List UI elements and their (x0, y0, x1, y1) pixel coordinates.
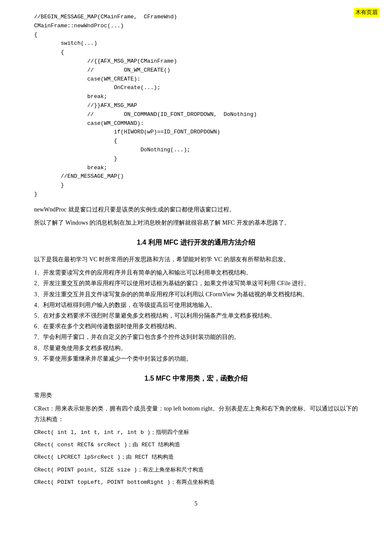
section-15: 1.5 MFC 中常用类，宏，函数介绍 常用类 CRect：用来表示矩形的类，拥… (34, 374, 358, 488)
list-item-1: 1、开发需要读写文件的应用程序并且有简单的输入和输出可以利用单文档视结构。 (34, 267, 358, 278)
watermark: 木有页眉 (354, 8, 379, 17)
section-15-intro: 常用类 (34, 390, 358, 401)
section-15-para-1: CRect：用来表示矩形的类，拥有四个成员变量：top left bottom … (34, 403, 358, 425)
section-15-para-4: CRect( LPCRECT lpSrcRect )；由 RECT 结构构造 (34, 452, 358, 462)
after-code-section: newWndProc 就是窗口过程只要是该类的实例生成的窗口都使用该窗口过程。 … (34, 204, 358, 228)
section-15-para-2: CRect( int l, int t, int r, int b )；指明四个… (34, 428, 358, 437)
list-item-3: 3、开发注重交互并且文件读写复杂的的简单应用程序可以利用以 CFormView … (34, 289, 358, 300)
after-code-p2: 所以了解了 Windows 的消息机制在加上对消息映射的理解就很容易了解 MFC… (34, 217, 358, 228)
list-item-8: 8、尽量避免使用多文档多视结构。 (34, 343, 358, 353)
section-14-heading: 1.4 利用 MFC 进行开发的通用方法介绍 (34, 238, 358, 247)
section-14-list: 1、开发需要读写文件的应用程序并且有简单的输入和输出可以利用单文档视结构。2、开… (34, 267, 358, 364)
after-code-p1: newWndProc 就是窗口过程只要是该类的实例生成的窗口都使用该窗口过程。 (34, 204, 358, 215)
section-15-para-6: CRect( POINT topLeft, POINT bottomRight … (34, 477, 358, 487)
section-15-heading: 1.5 MFC 中常用类，宏，函数介绍 (34, 374, 358, 383)
section-14-intro: 以下是我在最初学习 VC 时所常用的开发思路和方法，希望能对初学 VC 的朋友有… (34, 254, 358, 265)
list-item-9: 9、不要使用多重继承并尽量减少一个类中封装过多的功能。 (34, 353, 358, 364)
list-item-2: 2、开发注重交互的简单应用程序可以使用对话框为基础的窗口，如果文件读写简单这可利… (34, 278, 358, 289)
list-item-7: 7、学会利用子窗口，并在自定义的子窗口包含多个控件达到封装功能的目的。 (34, 332, 358, 342)
list-item-5: 5、在对多文档要求不强烈时尽量避免多文档视结构，可以利用分隔条产生单文档多视结构… (34, 310, 358, 321)
list-item-4: 4、利用对话框得到用户输入的数据，在等级提高后可使用就地输入。 (34, 300, 358, 310)
section-15-para-5: CRect( POINT point, SIZE size )；有左上角坐标和尺… (34, 465, 358, 475)
code-block: //BEGIN_MESSAGE_MAP(CMainFrame, CFrameWn… (34, 13, 358, 199)
section-15-para-3: CRect( const RECT& srcRect )；由 RECT 结构构造 (34, 440, 358, 450)
page-number: 5 (34, 500, 358, 507)
section-14: 1.4 利用 MFC 进行开发的通用方法介绍 以下是我在最初学习 VC 时所常用… (34, 238, 358, 364)
list-item-6: 6、在要求在多个文档间传递数据时使用多文档视结构。 (34, 321, 358, 332)
page-container: 木有页眉 //BEGIN_MESSAGE_MAP(CMainFrame, CFr… (0, 0, 392, 555)
section-15-paragraphs: CRect：用来表示矩形的类，拥有四个成员变量：top left bottom … (34, 403, 358, 487)
